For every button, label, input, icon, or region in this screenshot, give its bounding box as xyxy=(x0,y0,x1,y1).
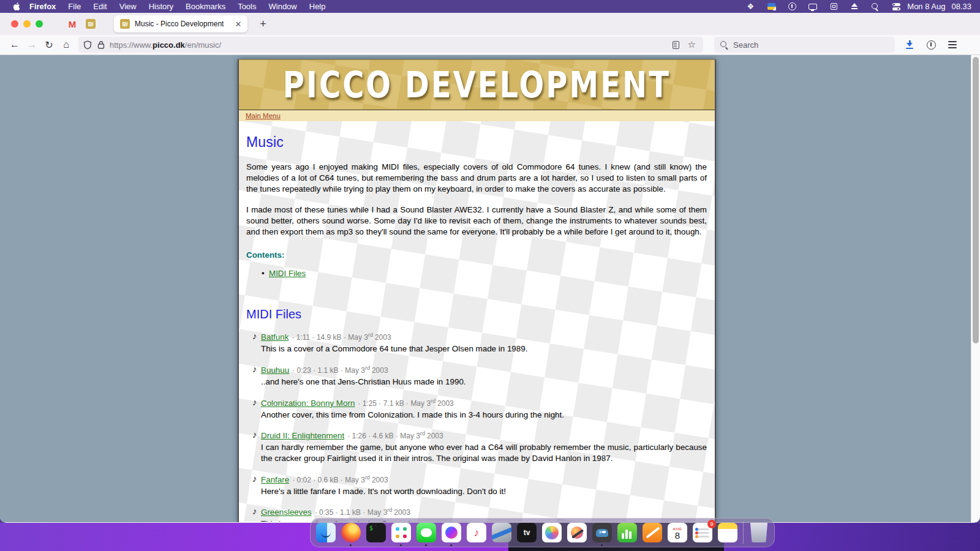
page-viewport: PICCO DEVELOPMENT Main Menu Music Some y… xyxy=(0,55,980,522)
screenshot-app-icon[interactable] xyxy=(766,2,776,11)
pinned-tab-picco-icon[interactable]: ₪ xyxy=(86,19,96,29)
music-note-icon: ♪ xyxy=(252,429,257,440)
home-button[interactable]: ⌂ xyxy=(58,37,75,53)
dropbox-icon[interactable]: ❖ xyxy=(745,2,755,11)
midi-file-description: I can hardly remember the game, but anyo… xyxy=(261,442,707,463)
maximize-window-button[interactable] xyxy=(36,20,43,28)
back-button[interactable]: ← xyxy=(6,37,23,53)
dock-messages-icon[interactable] xyxy=(417,523,436,542)
midi-file-link[interactable]: Fanfare xyxy=(261,475,289,484)
dock-firefox-icon[interactable] xyxy=(341,523,361,542)
pinned-tabs: M ₪ xyxy=(67,19,96,29)
clock-time: 08.33 xyxy=(951,2,971,11)
midi-file-description: This is a cover of a Commodore 64 tune t… xyxy=(261,343,707,354)
tracking-shield-icon[interactable] xyxy=(83,40,92,50)
dock-slack-icon[interactable] xyxy=(391,523,411,542)
search-bar[interactable]: Search xyxy=(714,37,895,53)
midi-entry: ♪ Batfunk· 1:11 · 14.9 kB · May 3rd2003 … xyxy=(246,332,707,354)
dock-godot-icon[interactable] xyxy=(592,523,612,542)
spotlight-search-icon[interactable] xyxy=(870,2,880,11)
active-tab[interactable]: ₪ Music - Picco Development ✕ xyxy=(114,15,247,32)
minimize-window-button[interactable] xyxy=(23,20,31,28)
url-text[interactable]: https://www.picco.dk/en/music/ xyxy=(110,40,673,50)
midi-file-description: Here's a little fanfare I made. It's not… xyxy=(261,486,707,497)
bookmark-star-icon[interactable]: ☆ xyxy=(688,39,696,50)
menu-view[interactable]: View xyxy=(113,2,143,11)
contents-list: MIDI Files xyxy=(262,269,707,278)
music-note-icon: ♪ xyxy=(252,506,257,516)
menu-history[interactable]: History xyxy=(143,2,179,11)
dock-notes-icon[interactable] xyxy=(718,523,737,542)
dock-music-icon[interactable]: ♪ xyxy=(467,523,486,542)
scrollbar-thumb[interactable] xyxy=(973,57,979,343)
dock-pencil-app-icon[interactable] xyxy=(643,523,662,542)
menu-window[interactable]: Window xyxy=(263,2,303,11)
midi-file-link[interactable]: Batfunk xyxy=(261,332,288,342)
reload-button[interactable]: ↻ xyxy=(40,37,58,53)
dock-numbers-icon[interactable] xyxy=(617,523,637,542)
window-controls xyxy=(11,20,43,28)
menu-hamburger-icon[interactable] xyxy=(948,41,957,48)
menu-bookmarks[interactable]: Bookmarks xyxy=(179,2,232,11)
midi-file-meta: · 0:02 · 0.6 kB · May 3rd2003 xyxy=(292,476,388,484)
intro-paragraph-1: Some years ago I enjoyed making MIDI fil… xyxy=(246,162,707,195)
contents-list-item: MIDI Files xyxy=(262,269,707,278)
control-center-icon[interactable] xyxy=(891,2,901,11)
tab-close-icon[interactable]: ✕ xyxy=(235,20,241,29)
menubar-status-icons: ❖ xyxy=(745,2,901,11)
menu-help[interactable]: Help xyxy=(303,2,332,11)
dock-photos-icon[interactable] xyxy=(542,523,562,542)
display-mirroring-icon[interactable] xyxy=(808,2,818,11)
music-note-icon: ♪ xyxy=(252,331,257,341)
menu-file[interactable]: File xyxy=(62,2,87,11)
dock-terminal-icon[interactable]: $ xyxy=(366,523,386,542)
dock-reminders-icon[interactable]: 9 xyxy=(693,523,712,542)
reader-mode-icon[interactable] xyxy=(673,41,679,49)
address-bar[interactable]: https://www.picco.dk/en/music/ ☆ xyxy=(78,37,703,53)
dock-trash-icon[interactable] xyxy=(749,523,769,542)
midi-file-link[interactable]: Druid II: Enlightenment xyxy=(261,431,344,440)
dock-messenger-icon[interactable] xyxy=(442,523,461,542)
dock-calendar-icon[interactable]: AUG8 xyxy=(668,523,687,542)
eject-icon[interactable] xyxy=(850,2,859,11)
lock-icon[interactable] xyxy=(97,40,105,49)
onepassword-icon[interactable] xyxy=(787,2,797,11)
midi-file-link[interactable]: Greensleeves xyxy=(261,508,312,517)
macos-menu-bar: Firefox File Edit View History Bookmarks… xyxy=(0,0,980,13)
music-note-icon: ♪ xyxy=(252,364,257,374)
menu-edit[interactable]: Edit xyxy=(87,2,113,11)
music-note-icon: ♪ xyxy=(252,397,257,407)
music-note-icon: ♪ xyxy=(252,473,257,484)
forward-button[interactable]: → xyxy=(23,37,40,53)
tab-bar: M ₪ ₪ Music - Picco Development ✕ + xyxy=(0,13,980,35)
contents-label: Contents: xyxy=(246,250,707,260)
midi-file-link[interactable]: Colonization: Bonny Morn xyxy=(261,399,355,408)
downloads-icon[interactable] xyxy=(906,40,914,49)
dock-separator xyxy=(743,522,744,544)
extension-icon[interactable] xyxy=(927,40,936,50)
dock-utility-app-icon[interactable] xyxy=(492,523,511,542)
menu-firefox[interactable]: Firefox xyxy=(23,2,62,11)
scrollbar-track[interactable] xyxy=(971,55,980,522)
close-window-button[interactable] xyxy=(11,20,18,28)
site-nav-strip: Main Menu xyxy=(239,110,715,121)
cpu-monitor-icon[interactable] xyxy=(829,2,839,11)
contents-midi-files-link[interactable]: MIDI Files xyxy=(269,269,306,278)
midi-entry: ♪ Buuhuu· 0:23 · 1.1 kB · May 3rd2003 ..… xyxy=(246,365,707,388)
tab-favicon-picco: ₪ xyxy=(120,19,130,29)
dock-image-editor-icon[interactable] xyxy=(567,523,587,542)
dock-apple-tv-icon[interactable]: tv xyxy=(517,523,537,542)
midi-file-meta: · 1:26 · 4.6 kB · May 3rd2003 xyxy=(347,432,443,440)
new-tab-button[interactable]: + xyxy=(256,18,270,31)
menubar-clock[interactable]: Mon 8 Aug 08.33 xyxy=(907,2,971,11)
midi-file-description: Another cover, this time from Colonizati… xyxy=(261,410,707,421)
midi-file-link[interactable]: Buuhuu xyxy=(261,365,289,375)
tab-title: Music - Picco Development xyxy=(135,20,224,28)
main-menu-link[interactable]: Main Menu xyxy=(246,112,281,119)
menu-tools[interactable]: Tools xyxy=(232,2,262,11)
apple-menu-icon[interactable] xyxy=(9,2,23,11)
dock-finder-icon[interactable] xyxy=(316,523,336,542)
search-icon xyxy=(720,41,728,49)
intro-paragraph-2: I made most of these tunes while I had a… xyxy=(246,204,707,238)
pinned-tab-gmail-icon[interactable]: M xyxy=(67,19,77,29)
